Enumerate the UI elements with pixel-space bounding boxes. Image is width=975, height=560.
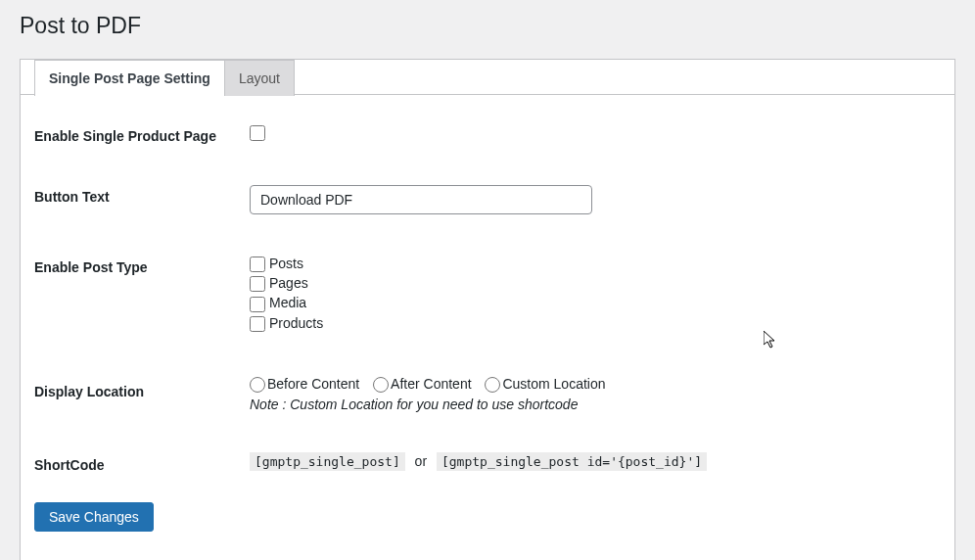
enable-post-type-label: Enable Post Type (34, 256, 250, 275)
post-type-products-checkbox[interactable] (250, 316, 265, 332)
button-text-input[interactable] (250, 185, 592, 214)
row-button-text: Button Text (21, 173, 954, 226)
row-enable-single: Enable Single Product Page (21, 113, 954, 156)
shortcode-2: [gmptp_single_post id='{post_id}'] (437, 452, 707, 471)
enable-single-field (250, 124, 941, 141)
display-before-radio[interactable] (250, 377, 265, 393)
post-type-posts-text: Posts (269, 256, 303, 271)
settings-panel: Single Post Page Setting Layout Enable S… (20, 59, 955, 560)
shortcode-label: ShortCode (34, 453, 250, 473)
display-custom-label[interactable]: Custom Location (485, 376, 605, 392)
display-after-text: After Content (391, 376, 472, 392)
post-type-field: Posts Pages Media Products (250, 256, 941, 335)
display-location-field: Before Content After Content Custom Loca… (250, 376, 941, 412)
tab-single-post[interactable]: Single Post Page Setting (34, 60, 225, 96)
form-table: Enable Single Product Page Button Text E… (21, 113, 954, 560)
post-type-media-checkbox[interactable] (250, 297, 265, 312)
post-type-pages-label[interactable]: Pages (250, 275, 941, 292)
post-type-media-label[interactable]: Media (250, 295, 941, 311)
button-text-field (250, 185, 941, 214)
post-type-posts-label[interactable]: Posts (250, 256, 941, 272)
enable-single-checkbox[interactable] (250, 125, 265, 141)
save-button[interactable]: Save Changes (34, 502, 154, 532)
display-after-label[interactable]: After Content (373, 376, 472, 392)
enable-single-label: Enable Single Product Page (34, 124, 250, 144)
post-type-posts-checkbox[interactable] (250, 257, 265, 272)
shortcode-field: [gmptp_single_post] or [gmptp_single_pos… (250, 453, 941, 469)
display-location-options: Before Content After Content Custom Loca… (250, 376, 941, 393)
post-type-products-label[interactable]: Products (250, 315, 941, 332)
submit-row: Save Changes (21, 485, 954, 560)
post-type-pages-checkbox[interactable] (250, 276, 265, 292)
post-type-media-text: Media (269, 295, 306, 310)
display-note: Note : Custom Location for you need to u… (250, 397, 941, 412)
row-enable-post-type: Enable Post Type Posts Pages Media Produ… (21, 244, 954, 347)
row-display-location: Display Location Before Content After Co… (21, 364, 954, 424)
display-before-label[interactable]: Before Content (250, 376, 359, 392)
post-type-pages-text: Pages (269, 275, 308, 291)
display-location-label: Display Location (34, 376, 250, 399)
display-before-text: Before Content (267, 376, 359, 392)
display-after-radio[interactable] (373, 377, 389, 393)
button-text-label: Button Text (34, 185, 250, 205)
row-shortcode: ShortCode [gmptp_single_post] or [gmptp_… (21, 442, 954, 485)
shortcode-1: [gmptp_single_post] (250, 452, 405, 471)
post-type-products-text: Products (269, 315, 323, 331)
page-title: Post to PDF (20, 0, 955, 59)
display-custom-radio[interactable] (485, 377, 500, 393)
display-custom-text: Custom Location (502, 376, 605, 392)
tab-layout[interactable]: Layout (224, 60, 295, 96)
shortcode-or: or (409, 453, 433, 469)
tabs: Single Post Page Setting Layout (21, 60, 954, 95)
